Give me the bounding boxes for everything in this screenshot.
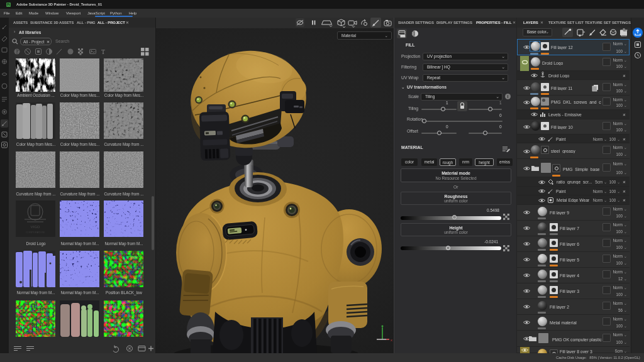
svg-text:x: x bbox=[391, 338, 392, 342]
svg-text:VIGO: VIGO bbox=[30, 225, 40, 229]
svg-text:CORPORATION: CORPORATION bbox=[26, 231, 45, 234]
svg-text:T: T bbox=[101, 48, 105, 55]
